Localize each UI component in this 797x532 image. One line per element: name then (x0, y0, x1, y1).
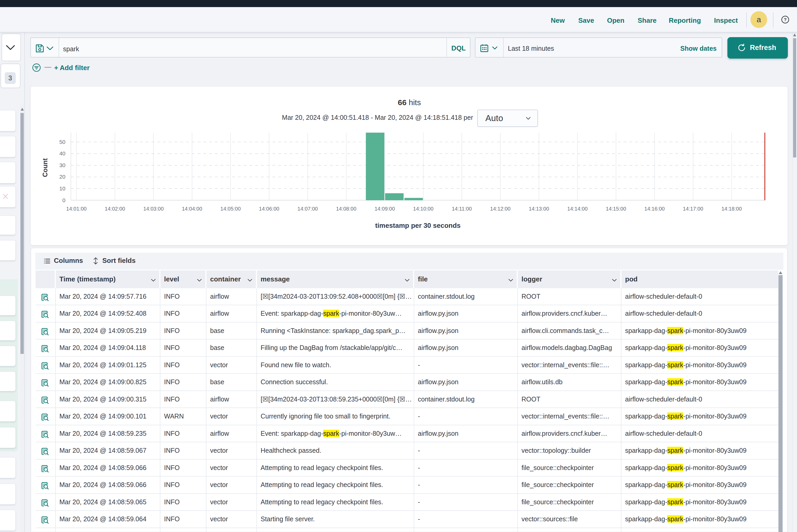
svg-text:14:06:00: 14:06:00 (259, 206, 279, 212)
svg-text:timestamp per 30 seconds: timestamp per 30 seconds (375, 222, 461, 229)
svg-text:50: 50 (59, 139, 66, 145)
svg-text:14:05:00: 14:05:00 (220, 206, 241, 212)
svg-text:14:14:00: 14:14:00 (567, 206, 588, 212)
svg-text:14:04:00: 14:04:00 (182, 206, 202, 212)
svg-text:14:17:00: 14:17:00 (683, 206, 703, 212)
svg-text:14:16:00: 14:16:00 (645, 206, 665, 212)
svg-text:20: 20 (59, 174, 66, 180)
svg-text:14:13:00: 14:13:00 (529, 206, 549, 212)
svg-text:0: 0 (62, 197, 66, 203)
svg-text:14:15:00: 14:15:00 (606, 206, 626, 212)
svg-text:14:09:00: 14:09:00 (374, 206, 395, 212)
svg-text:14:08:00: 14:08:00 (336, 206, 356, 212)
svg-text:14:07:00: 14:07:00 (297, 206, 318, 212)
svg-text:10: 10 (59, 186, 66, 191)
svg-text:14:12:00: 14:12:00 (490, 206, 511, 212)
svg-text:14:10:00: 14:10:00 (413, 206, 433, 212)
svg-text:14:11:00: 14:11:00 (452, 206, 472, 212)
svg-text:14:18:00: 14:18:00 (721, 206, 742, 212)
svg-text:?: ? (784, 17, 787, 22)
svg-text:Count: Count (41, 158, 49, 177)
svg-text:30: 30 (59, 162, 66, 168)
svg-text:14:02:00: 14:02:00 (105, 206, 125, 212)
svg-text:14:03:00: 14:03:00 (143, 206, 164, 212)
svg-text:14:01:00: 14:01:00 (66, 206, 87, 212)
svg-text:40: 40 (59, 150, 66, 156)
